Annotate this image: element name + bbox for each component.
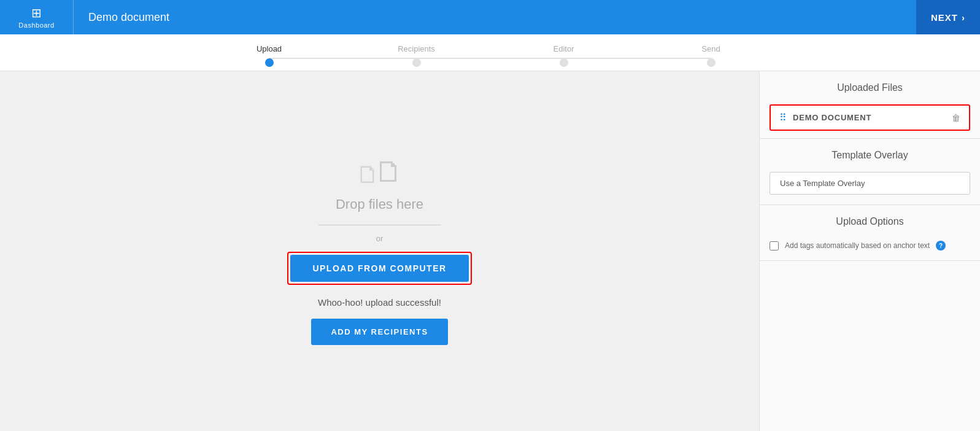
step-editor-label: Editor <box>554 44 574 53</box>
upload-from-computer-button[interactable]: UPLOAD FROM COMPUTER <box>290 255 468 282</box>
uploaded-files-section: Uploaded Files ⠿ DEMO DOCUMENT 🗑 <box>760 71 980 139</box>
help-icon[interactable]: ? <box>936 241 946 250</box>
step-send-label: Send <box>701 44 720 53</box>
step-upload: Upload <box>196 44 343 67</box>
uploaded-files-list: ⠿ DEMO DOCUMENT 🗑 <box>760 104 980 138</box>
dashboard-label: Dashboard <box>18 21 54 29</box>
file-item: ⠿ DEMO DOCUMENT 🗑 <box>770 104 970 131</box>
upload-options-content: Add tags automatically based on anchor t… <box>760 241 980 260</box>
template-overlay-title: Template Overlay <box>760 139 980 172</box>
drag-handle-icon[interactable]: ⠿ <box>779 112 787 123</box>
dashboard-nav[interactable]: ⊞ Dashboard <box>0 0 74 34</box>
step-recipients-dot <box>412 58 421 67</box>
or-text: or <box>376 234 384 243</box>
dashboard-icon: ⊞ <box>31 6 42 20</box>
drop-zone: 🗋 🗋 Drop files here or UPLOAD FROM COMPU… <box>208 157 552 345</box>
progress-steps: Upload Recipients Editor Send <box>0 34 980 71</box>
step-recipients: Recipients <box>343 44 490 67</box>
use-template-overlay-button[interactable]: Use a Template Overlay <box>770 172 970 195</box>
step-upload-dot <box>265 58 274 67</box>
step-send-dot <box>707 58 716 67</box>
step-upload-label: Upload <box>257 44 282 53</box>
anchor-text-option-row: Add tags automatically based on anchor t… <box>770 241 970 250</box>
template-overlay-content: Use a Template Overlay <box>760 172 980 204</box>
step-editor-dot <box>560 58 568 67</box>
success-text: Whoo-hoo! upload successful! <box>318 297 441 308</box>
drop-text: Drop files here <box>336 196 423 212</box>
anchor-text-label: Add tags automatically based on anchor t… <box>785 241 930 250</box>
file-icon-front: 🗋 <box>374 157 404 187</box>
divider-line <box>318 225 441 225</box>
file-item-name: DEMO DOCUMENT <box>793 113 946 122</box>
uploaded-files-title: Uploaded Files <box>760 71 980 104</box>
main-layout: 🗋 🗋 Drop files here or UPLOAD FROM COMPU… <box>0 71 980 431</box>
upload-options-title: Upload Options <box>760 205 980 238</box>
upload-btn-wrapper: UPLOAD FROM COMPUTER <box>287 252 471 285</box>
file-icons: 🗋 🗋 <box>356 157 404 187</box>
step-recipients-label: Recipients <box>398 44 435 53</box>
next-button[interactable]: NEXT › <box>916 0 980 34</box>
delete-file-icon[interactable]: 🗑 <box>952 113 960 123</box>
add-recipients-button[interactable]: ADD MY RECIPIENTS <box>311 319 447 345</box>
upload-options-section: Upload Options Add tags automatically ba… <box>760 205 980 261</box>
step-editor: Editor <box>490 44 638 67</box>
document-title: Demo document <box>88 11 916 24</box>
right-sidebar: Uploaded Files ⠿ DEMO DOCUMENT 🗑 Templat… <box>759 71 980 431</box>
template-overlay-section: Template Overlay Use a Template Overlay <box>760 139 980 205</box>
step-send: Send <box>638 44 785 67</box>
anchor-text-checkbox[interactable] <box>770 241 779 250</box>
upload-area: 🗋 🗋 Drop files here or UPLOAD FROM COMPU… <box>0 71 759 431</box>
app-header: ⊞ Dashboard Demo document NEXT › <box>0 0 980 34</box>
